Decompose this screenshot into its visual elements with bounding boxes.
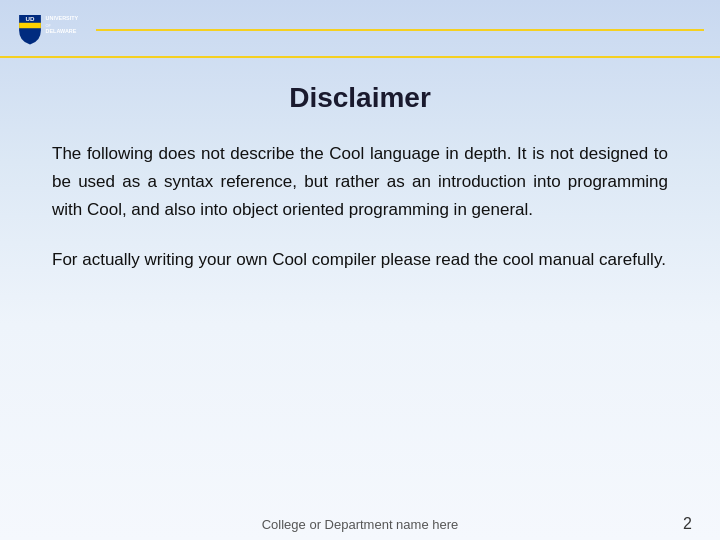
header-divider [96,29,704,31]
page-number: 2 [683,515,692,533]
slide-title: Disclaimer [52,82,668,114]
slide: UD UNIVERSITY OF DELAWARE Disclaimer The… [0,0,720,540]
svg-text:UNIVERSITY: UNIVERSITY [46,15,79,21]
logo-area: UD UNIVERSITY OF DELAWARE [16,9,86,49]
svg-text:UD: UD [26,15,35,22]
svg-rect-0 [19,23,41,28]
paragraph-2: For actually writing your own Cool compi… [52,246,668,274]
svg-text:DELAWARE: DELAWARE [46,28,77,34]
footer-label: College or Department name here [262,517,459,532]
body-text: The following does not describe the Cool… [52,140,668,296]
ud-logo-icon: UD UNIVERSITY OF DELAWARE [16,9,86,49]
paragraph-1: The following does not describe the Cool… [52,140,668,224]
svg-text:OF: OF [46,23,52,28]
header-bar: UD UNIVERSITY OF DELAWARE [0,0,720,58]
slide-content: Disclaimer The following does not descri… [0,58,720,508]
footer: College or Department name here 2 [0,508,720,540]
